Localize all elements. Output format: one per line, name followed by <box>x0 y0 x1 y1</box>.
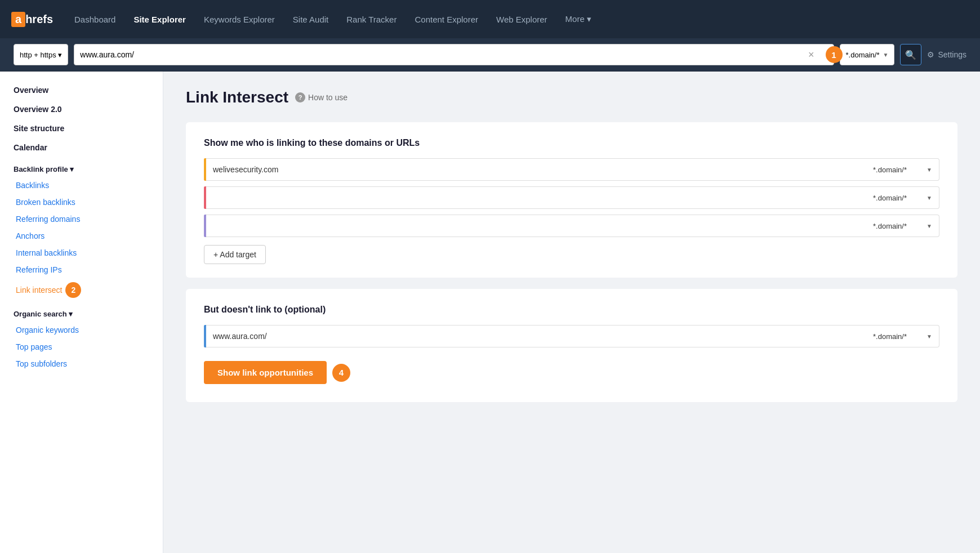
badge-4: 4 <box>332 364 350 382</box>
sidebar-item-internal-backlinks[interactable]: Internal backlinks <box>0 244 163 261</box>
domain-select-3-value: *.domain/* <box>873 222 907 230</box>
logo-hrefs: hrefs <box>25 13 53 26</box>
page-title: Link Intersect <box>186 88 288 106</box>
logo-a: a <box>11 12 25 27</box>
show-link-opportunities-button[interactable]: Show link opportunities <box>204 361 327 384</box>
target-row-1: *.domain/* ▼ <box>204 158 939 181</box>
page-title-row: Link Intersect ? How to use <box>186 88 957 106</box>
content-area: Link Intersect ? How to use Show me who … <box>163 72 980 553</box>
gear-icon: ⚙ <box>927 50 934 59</box>
badge-1: 1 <box>826 46 843 63</box>
url-input-container: 1 × <box>74 44 834 65</box>
main-layout: Overview Overview 2.0 Site structure Cal… <box>0 72 980 553</box>
domain-select-1-value: *.domain/* <box>873 166 907 174</box>
linking-section: Show me who is linking to these domains … <box>186 122 957 278</box>
nav-site-audit[interactable]: Site Audit <box>285 10 336 29</box>
nav-site-explorer[interactable]: Site Explorer <box>126 10 194 29</box>
sidebar-item-top-subfolders[interactable]: Top subfolders <box>0 355 163 372</box>
question-icon: ? <box>295 92 305 102</box>
search-button[interactable]: 🔍 <box>900 44 921 65</box>
search-icon: 🔍 <box>905 50 916 60</box>
sidebar-item-referring-domains[interactable]: Referring domains <box>0 211 163 228</box>
no-link-domain-chevron-icon: ▼ <box>926 333 932 340</box>
target-domain-select-1[interactable]: *.domain/* ▼ <box>866 158 939 181</box>
sidebar-item-calendar[interactable]: Calendar <box>0 138 163 157</box>
protocol-select[interactable]: http + https ▾ <box>14 44 68 65</box>
target-domain-select-3[interactable]: *.domain/* ▼ <box>866 215 939 237</box>
sidebar-item-anchors[interactable]: Anchors <box>0 228 163 244</box>
show-btn-row: Show link opportunities 4 <box>204 361 939 384</box>
sidebar: Overview Overview 2.0 Site structure Cal… <box>0 72 163 553</box>
target-input-1[interactable] <box>206 158 866 181</box>
domain-mode-value: *.domain/* <box>846 51 880 59</box>
sidebar-item-referring-ips[interactable]: Referring IPs <box>0 261 163 278</box>
nav-content-explorer[interactable]: Content Explorer <box>407 10 486 29</box>
no-link-input[interactable] <box>206 325 866 347</box>
nav-keywords-explorer[interactable]: Keywords Explorer <box>196 10 283 29</box>
sidebar-item-link-intersect[interactable]: Link intersect 2 <box>0 278 163 302</box>
sidebar-item-overview[interactable]: Overview <box>0 81 163 100</box>
nav-rank-tracker[interactable]: Rank Tracker <box>338 10 404 29</box>
add-target-button[interactable]: + Add target <box>204 245 266 264</box>
badge-2: 2 <box>65 282 81 298</box>
target-input-3[interactable] <box>206 215 866 237</box>
no-link-row: *.domain/* ▼ <box>204 325 939 347</box>
nav-web-explorer[interactable]: Web Explorer <box>488 10 555 29</box>
target-input-2[interactable] <box>206 186 866 209</box>
how-to-use-label: How to use <box>308 93 348 102</box>
domain-select-3-chevron-icon: ▼ <box>926 223 932 229</box>
search-bar: http + https ▾ 1 × *.domain/* ▼ 🔍 ⚙ Sett… <box>0 38 980 72</box>
linking-section-title: Show me who is linking to these domains … <box>204 138 939 148</box>
no-link-section: But doesn't link to (optional) *.domain/… <box>186 289 957 402</box>
how-to-use-link[interactable]: ? How to use <box>295 92 348 102</box>
url-input[interactable] <box>80 50 806 59</box>
target-domain-select-2[interactable]: *.domain/* ▼ <box>866 186 939 209</box>
domain-mode-chevron-icon: ▼ <box>883 52 889 58</box>
clear-button[interactable]: × <box>806 47 817 63</box>
sidebar-item-backlinks[interactable]: Backlinks <box>0 177 163 194</box>
sidebar-section-organic-search: Organic search ▾ <box>0 302 163 322</box>
sidebar-item-organic-keywords[interactable]: Organic keywords <box>0 322 163 338</box>
target-row-2: *.domain/* ▼ <box>204 186 939 209</box>
settings-label: Settings <box>938 50 966 59</box>
settings-button[interactable]: ⚙ Settings <box>927 50 966 59</box>
target-row-3: *.domain/* ▼ <box>204 215 939 237</box>
no-link-section-title: But doesn't link to (optional) <box>204 305 939 315</box>
domain-select-2-value: *.domain/* <box>873 194 907 202</box>
logo[interactable]: a hrefs <box>11 12 53 27</box>
no-link-domain-select[interactable]: *.domain/* ▼ <box>866 325 939 347</box>
sidebar-item-overview2[interactable]: Overview 2.0 <box>0 100 163 119</box>
sidebar-item-broken-backlinks[interactable]: Broken backlinks <box>0 194 163 211</box>
nav-dashboard[interactable]: Dashboard <box>66 10 123 29</box>
nav-more[interactable]: More ▾ <box>558 10 599 29</box>
sidebar-item-top-pages[interactable]: Top pages <box>0 338 163 355</box>
domain-select-1-chevron-icon: ▼ <box>926 167 932 173</box>
domain-select-2-chevron-icon: ▼ <box>926 195 932 201</box>
domain-mode-select[interactable]: *.domain/* ▼ <box>840 44 895 65</box>
no-link-domain-value: *.domain/* <box>873 332 907 341</box>
sidebar-section-backlink-profile: Backlink profile ▾ <box>0 157 163 177</box>
top-nav: a hrefs Dashboard Site Explorer Keywords… <box>0 0 980 38</box>
sidebar-item-site-structure[interactable]: Site structure <box>0 119 163 138</box>
protocol-value: http + https ▾ <box>20 51 62 59</box>
